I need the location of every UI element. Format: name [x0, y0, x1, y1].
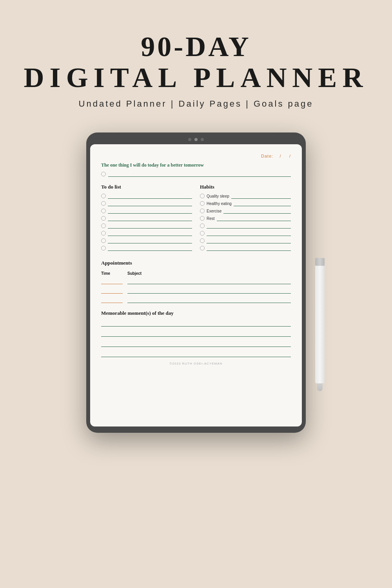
- one-thing-circle[interactable]: [101, 172, 106, 176]
- memorable-section: Memorable moment(s) of the day: [101, 310, 291, 357]
- todo-field[interactable]: [108, 238, 192, 243]
- habit-circle[interactable]: [200, 223, 205, 228]
- appointments-title: Appointments: [101, 260, 291, 266]
- habit-item-blank4: [200, 245, 291, 251]
- habit-circle[interactable]: [200, 238, 205, 243]
- one-thing-row: [101, 171, 291, 177]
- habit-circle[interactable]: [200, 216, 205, 221]
- appt-subject-label: Subject: [127, 271, 142, 276]
- todo-item: [101, 201, 192, 206]
- todo-item: [101, 238, 192, 243]
- appt-time-label: Time: [101, 271, 110, 276]
- todo-circle[interactable]: [101, 223, 106, 228]
- memo-line[interactable]: [101, 330, 291, 337]
- todo-item: [101, 208, 192, 214]
- habit-field[interactable]: [207, 230, 291, 236]
- date-row: Date: / /: [101, 154, 291, 158]
- todo-field[interactable]: [108, 223, 192, 229]
- todo-item: [101, 230, 192, 236]
- appt-time-field[interactable]: [101, 287, 123, 294]
- habit-label-quality-sleep: Quality sleep: [207, 194, 229, 198]
- appt-row: [101, 287, 291, 294]
- memo-line[interactable]: [101, 340, 291, 347]
- habit-field[interactable]: [217, 216, 291, 221]
- appt-subject-field[interactable]: [127, 297, 291, 303]
- todo-field[interactable]: [108, 193, 192, 199]
- habit-field[interactable]: [207, 245, 291, 251]
- todo-circle[interactable]: [101, 201, 106, 206]
- todo-circle[interactable]: [101, 209, 106, 213]
- habit-item-quality-sleep: Quality sleep: [200, 193, 291, 199]
- appointments-section: Appointments Time Subject: [101, 260, 291, 303]
- page-header: 90-DAY DIGITAL PLANNER Undated Planner |…: [24, 31, 368, 109]
- todo-circle[interactable]: [101, 246, 106, 250]
- habit-field[interactable]: [207, 223, 291, 229]
- habit-circle[interactable]: [200, 194, 205, 198]
- habit-item-rest: Rest: [200, 216, 291, 221]
- habits-title: Habits: [200, 184, 291, 190]
- habit-label-healthy-eating: Healthy eating: [207, 201, 232, 206]
- todo-field[interactable]: [108, 208, 192, 214]
- todo-title: To do list: [101, 184, 192, 190]
- todo-item: [101, 245, 192, 251]
- habit-item-healthy-eating: Healthy eating: [200, 201, 291, 206]
- one-thing-label: The one thing I will do today for a bett…: [101, 162, 291, 168]
- pencil-tip: [317, 383, 323, 391]
- appt-time-field[interactable]: [101, 278, 123, 284]
- habits-section: Habits Quality sleep Healthy eating Exer…: [200, 184, 291, 253]
- habit-label-exercise: Exercise: [207, 209, 221, 213]
- tablet-device: Date: / / The one thing I will do today …: [86, 132, 306, 433]
- appt-subject-field[interactable]: [127, 287, 291, 294]
- habit-circle[interactable]: [200, 209, 205, 213]
- copyright: ©2023 RUTH OSEI-ACYEMAN: [101, 362, 291, 365]
- camera-dot-1: [188, 138, 191, 141]
- one-thing-field[interactable]: [108, 171, 291, 177]
- habit-circle[interactable]: [200, 246, 205, 250]
- date-slash1: /: [280, 154, 281, 158]
- habit-item-blank3: [200, 238, 291, 243]
- memo-line[interactable]: [101, 350, 291, 357]
- appt-row: [101, 297, 291, 303]
- appt-time-field[interactable]: [101, 297, 123, 303]
- todo-circle[interactable]: [101, 216, 106, 221]
- tablet-wrapper: Date: / / The one thing I will do today …: [86, 132, 306, 433]
- todo-field[interactable]: [108, 216, 192, 221]
- todo-field[interactable]: [108, 245, 192, 251]
- todo-circle[interactable]: [101, 194, 106, 198]
- habit-field[interactable]: [207, 238, 291, 243]
- appt-subject-field[interactable]: [127, 278, 291, 284]
- pencil-band: [315, 258, 325, 266]
- stylus-pencil: [314, 156, 325, 305]
- title-line1: 90-DAY: [24, 31, 368, 62]
- tablet-screen: Date: / / The one thing I will do today …: [90, 144, 302, 426]
- habit-item-blank2: [200, 230, 291, 236]
- todo-field[interactable]: [108, 230, 192, 236]
- memorable-title: Memorable moment(s) of the day: [101, 310, 291, 316]
- habit-field[interactable]: [223, 208, 291, 214]
- todo-section: To do list: [101, 184, 192, 253]
- title-line2: DIGITAL PLANNER: [24, 62, 368, 93]
- habit-label-rest: Rest: [207, 216, 215, 221]
- appt-row: [101, 278, 291, 284]
- date-slash2: /: [289, 154, 291, 158]
- pencil-body: [315, 258, 325, 383]
- todo-item: [101, 193, 192, 199]
- todo-item: [101, 223, 192, 229]
- two-col-section: To do list: [101, 184, 291, 253]
- todo-item: [101, 216, 192, 221]
- habit-field[interactable]: [234, 201, 291, 206]
- date-label: Date:: [261, 154, 273, 158]
- camera-dot-3: [201, 138, 204, 141]
- camera-bar: [90, 138, 302, 141]
- habit-circle[interactable]: [200, 231, 205, 236]
- todo-circle[interactable]: [101, 231, 106, 236]
- memo-line[interactable]: [101, 319, 291, 327]
- subtitle: Undated Planner | Daily Pages | Goals pa…: [24, 99, 368, 109]
- habit-circle[interactable]: [200, 201, 205, 206]
- camera-dot-2: [194, 138, 198, 141]
- todo-circle[interactable]: [101, 238, 106, 243]
- habit-item-blank1: [200, 223, 291, 229]
- habit-item-exercise: Exercise: [200, 208, 291, 214]
- todo-field[interactable]: [108, 201, 192, 206]
- habit-field[interactable]: [231, 193, 291, 199]
